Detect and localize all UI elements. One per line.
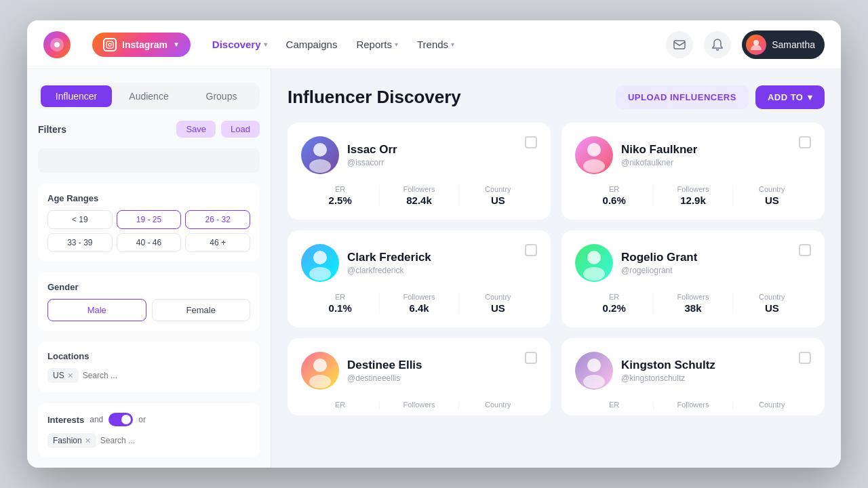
influencer-handle: @rogeliogrant <box>621 266 697 275</box>
interest-search-input[interactable] <box>100 436 250 445</box>
user-avatar <box>746 35 766 55</box>
stat-er: ER 2.5% <box>301 185 380 206</box>
svg-point-8 <box>583 159 605 173</box>
influencer-name: Destinee Ellis <box>347 359 422 372</box>
nav-discovery[interactable]: Discovery ▾ <box>212 39 267 50</box>
age-ranges-title: Age Ranges <box>47 193 250 203</box>
right-panel: Influencer Discovery UPLOAD INFLUENCERS … <box>271 69 841 468</box>
platform-selector[interactable]: Instagram ▼ <box>92 33 191 57</box>
gender-male[interactable]: Male <box>47 299 146 321</box>
svg-point-4 <box>753 40 759 45</box>
age-chip-40-46[interactable]: 40 - 46 <box>117 233 182 252</box>
interest-tag-fashion: Fashion ✕ <box>47 433 96 448</box>
stat-country: Country US <box>459 293 537 314</box>
influencer-handle: @issacorr <box>347 158 397 167</box>
tab-audience[interactable]: Audience <box>113 85 184 107</box>
interests-section: Interests and or Fashion ✕ <box>38 403 260 458</box>
select-kingstonschultz[interactable] <box>799 352 811 364</box>
interests-toggle[interactable] <box>108 413 133 426</box>
stat-country: Country <box>459 401 537 410</box>
filter-search-input[interactable] <box>46 148 252 173</box>
filters-row: Filters Save Load <box>38 121 260 138</box>
main-content: Influencer Audience Groups Filters Save … <box>27 69 841 468</box>
upload-influencers-button[interactable]: UPLOAD INFLUENCERS <box>616 85 749 109</box>
avatar-clarkfrederick <box>301 244 339 282</box>
gender-female[interactable]: Female <box>152 299 251 321</box>
user-name: Samantha <box>772 39 815 50</box>
load-button[interactable]: Load <box>221 121 260 138</box>
locations-title: Locations <box>47 351 250 361</box>
influencer-handle: @destineeellis <box>347 373 422 383</box>
age-chip-46plus[interactable]: 46 + <box>185 233 250 252</box>
stat-er: ER 0.1% <box>301 293 380 314</box>
select-destineeellis[interactable] <box>525 352 537 364</box>
location-search-input[interactable] <box>83 371 250 380</box>
avatar-issacorr <box>301 136 339 174</box>
card-stats: ER 0.1% Followers 6.4k Country US <box>301 293 537 314</box>
influencer-card-issacorr: Issac Orr @issacorr ER 2.5% Followers <box>288 123 551 220</box>
select-nikofaulkner[interactable] <box>799 136 811 148</box>
select-rogeliogrant[interactable] <box>799 244 811 256</box>
influencer-info: Rogelio Grant @rogeliogrant <box>621 251 697 275</box>
trends-chevron: ▾ <box>451 41 454 48</box>
interests-or-label: or <box>138 415 146 424</box>
card-info: Issac Orr @issacorr <box>301 136 397 174</box>
influencer-card-kingstonschultz: Kingston Schultz @kingstonschultz ER Fo <box>561 338 825 415</box>
gender-section: Gender Male Female <box>38 272 260 331</box>
age-chip-33-39[interactable]: 33 - 39 <box>47 233 113 252</box>
gender-title: Gender <box>47 282 250 292</box>
add-to-button[interactable]: ADD TO ▾ <box>755 85 825 109</box>
select-clarkfrederick[interactable] <box>525 244 537 256</box>
age-chip-19-25[interactable]: 19 - 25 <box>117 210 182 229</box>
influencer-card-rogeliogrant: Rogelio Grant @rogeliogrant ER 0.2% Foll <box>561 230 825 327</box>
svg-point-16 <box>583 375 605 388</box>
age-chip-under19[interactable]: < 19 <box>47 210 113 229</box>
age-chip-26-32[interactable]: 26 - 32 <box>185 210 250 229</box>
remove-location-us[interactable]: ✕ <box>67 371 73 380</box>
age-grid: < 19 19 - 25 26 - 32 33 - 39 40 - 46 46 … <box>47 210 250 252</box>
save-button[interactable]: Save <box>176 121 216 138</box>
influencer-info: Destinee Ellis @destineeellis <box>347 359 422 383</box>
location-tags-row: US ✕ <box>47 368 250 383</box>
bell-button[interactable] <box>704 31 731 58</box>
svg-point-7 <box>587 143 601 157</box>
card-stats: ER 2.5% Followers 82.4k Country US <box>301 185 537 206</box>
avatar-destineeellis <box>301 352 339 390</box>
stat-followers: Followers <box>654 401 732 410</box>
discovery-chevron: ▾ <box>264 41 267 48</box>
card-top: Issac Orr @issacorr <box>301 136 537 174</box>
influencer-name: Rogelio Grant <box>621 251 697 264</box>
influencer-handle: @kingstonschultz <box>621 373 715 383</box>
svg-point-12 <box>583 267 605 281</box>
sidebar-tabs: Influencer Audience Groups <box>38 83 260 110</box>
influencer-name: Niko Faulkner <box>621 143 697 157</box>
influencer-handle: @clarkfrederick <box>347 266 431 275</box>
select-issacorr[interactable] <box>525 136 537 148</box>
nav-reports[interactable]: Reports ▾ <box>356 39 398 50</box>
avatar-nikofaulkner <box>575 136 613 174</box>
interests-and-label: and <box>90 415 103 424</box>
svg-point-14 <box>309 375 331 388</box>
instagram-icon <box>103 38 117 52</box>
user-menu[interactable]: Samantha <box>742 30 825 59</box>
nav-campaigns[interactable]: Campaigns <box>286 39 338 50</box>
svg-point-15 <box>587 359 601 372</box>
browser-window: Instagram ▼ Discovery ▾ Campaigns Report… <box>27 20 841 468</box>
influencer-info: Issac Orr @issacorr <box>347 143 397 167</box>
stat-country: Country <box>733 401 811 410</box>
remove-interest-fashion[interactable]: ✕ <box>85 436 91 445</box>
interests-tags-row: Fashion ✕ <box>47 433 250 448</box>
location-tag-us: US ✕ <box>47 368 79 383</box>
card-stats: ER Followers Country <box>301 401 537 410</box>
tab-influencer[interactable]: Influencer <box>41 85 112 107</box>
svg-point-1 <box>108 43 111 46</box>
mail-button[interactable] <box>666 31 693 58</box>
filters-label: Filters <box>38 124 66 135</box>
stat-country: Country US <box>459 185 537 206</box>
svg-point-13 <box>313 359 327 372</box>
tab-groups[interactable]: Groups <box>186 85 257 107</box>
svg-rect-0 <box>106 41 113 48</box>
platform-chevron: ▼ <box>173 41 180 48</box>
nav-trends[interactable]: Trends ▾ <box>417 39 454 50</box>
influencer-info: Clark Frederick @clarkfrederick <box>347 251 431 275</box>
